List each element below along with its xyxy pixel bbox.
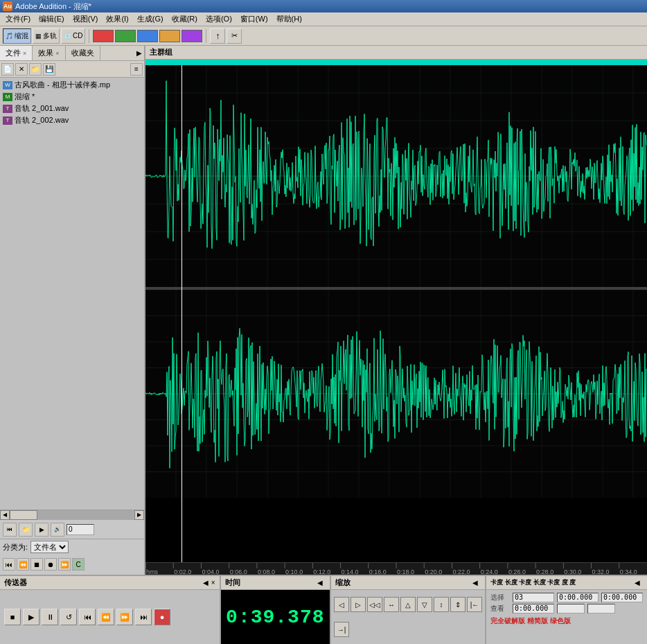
playhead [181, 65, 182, 562]
zoom-in-h[interactable]: ◁ [334, 597, 349, 612]
view-label: 查看 [490, 604, 510, 613]
mode-multitrack[interactable]: ▦ 多轨 [33, 28, 60, 44]
tab-favorites[interactable]: 收藏夹 [66, 46, 100, 60]
bottom-btn-5[interactable]: ⏩ [58, 558, 71, 571]
app-icon: Au [3, 1, 12, 11]
select-val-3[interactable]: 0:00.000 [601, 593, 643, 602]
view-val-1[interactable]: 0:00.000 [513, 604, 554, 613]
zoom-arrow[interactable]: ◀ [472, 579, 478, 586]
mini-vol[interactable]: 🔊 [51, 523, 64, 537]
bottom-btn-1[interactable]: ⏮ [3, 558, 15, 571]
menu-view[interactable]: 视图(V) [69, 13, 103, 25]
zoom-in-v[interactable]: △ [400, 597, 416, 612]
save-btn[interactable]: 💾 [43, 63, 55, 76]
left-panel: 文件 × 效果 × 收藏夹 ▶ 📄 ✕ 📁 💾 ≡ W 古风歌曲 [0, 46, 145, 575]
list-item[interactable]: T 音轨 2_001.wav [1, 103, 143, 114]
transport-skip-start[interactable]: ⏮ [79, 609, 96, 625]
scroll-right-arrow[interactable]: ▶ [134, 510, 144, 520]
left-toolbar: 📄 ✕ 📁 💾 ≡ [0, 61, 144, 78]
color-btn-2[interactable] [115, 30, 136, 42]
menu-generate[interactable]: 生成(G) [133, 13, 168, 25]
transport-play[interactable]: ▶ [23, 609, 39, 625]
zoom-full-v[interactable]: ↕ [434, 597, 449, 612]
mode-mixdown[interactable]: 🎵 缩混 [3, 28, 31, 44]
list-view-btn[interactable]: ≡ [130, 63, 143, 76]
select-val-2[interactable]: 0:00.000 [557, 593, 599, 602]
title-bar: Au Adobe Audition - 混缩* [0, 0, 647, 12]
bottom-btn-4[interactable]: ⏺ [44, 558, 57, 571]
mini-folder[interactable]: 📁 [19, 523, 33, 537]
color-btn-5[interactable] [181, 30, 202, 42]
transport-skip-prev[interactable]: ⏪ [98, 609, 114, 625]
zoom-sel-v[interactable]: ⇕ [450, 597, 466, 612]
razor-tool[interactable]: ✂ [227, 28, 242, 44]
volume-display: 0 [67, 524, 94, 535]
menu-file[interactable]: 文件(F) [1, 13, 35, 25]
color-btn-3[interactable] [137, 30, 158, 42]
select-val-1[interactable]: 03 [513, 593, 554, 602]
bottom-btn-2[interactable]: ⏪ [17, 558, 29, 571]
folder-btn[interactable]: 📁 [29, 63, 42, 76]
tab-effects[interactable]: 效果 × [33, 46, 65, 60]
color-btn-4[interactable] [159, 30, 180, 42]
left-scrollbar[interactable]: ◀ ▶ [0, 510, 144, 519]
transport-close[interactable]: × [211, 579, 215, 586]
category-select[interactable]: 文件名 [30, 541, 69, 553]
tab-file-close[interactable]: × [23, 50, 26, 57]
view-val-3[interactable] [587, 604, 615, 613]
color-btn-1[interactable] [93, 30, 114, 42]
transport-arrow[interactable]: ◀ [203, 579, 209, 586]
zoom-bar-right[interactable]: →| [334, 622, 349, 637]
zoom-out-v[interactable]: ▽ [417, 597, 432, 612]
time-header: 时间 ◀ [221, 576, 330, 590]
menu-options[interactable]: 选项(O) [202, 13, 236, 25]
mini-play[interactable]: ▶ [35, 523, 48, 537]
tab-file[interactable]: 文件 × [0, 46, 33, 60]
transport-skip-end[interactable]: ⏭ [135, 609, 152, 625]
list-item[interactable]: W 古风歌曲 - 相思十诫伴奏.mp [1, 79, 143, 91]
zoom-sel-h[interactable]: ↔ [384, 597, 399, 612]
list-item[interactable]: M 混缩 * [1, 91, 143, 103]
delete-btn[interactable]: ✕ [15, 63, 28, 76]
new-file-btn[interactable]: 📄 [1, 63, 14, 76]
transport-skip-next[interactable]: ⏩ [116, 609, 133, 625]
view-val-2[interactable] [557, 604, 585, 613]
bottom-panels: 传送器 ◀ × ■ ▶ ⏸ ↺ ⏮ ⏪ ⏩ ⏭ ● 时间 ◀ 0:39.378 … [0, 575, 647, 644]
file-list: W 古风歌曲 - 相思十诫伴奏.mp M 混缩 * T 音轨 2_001.wav… [0, 78, 144, 510]
scroll-left-arrow[interactable]: ◀ [0, 510, 10, 520]
menu-edit[interactable]: 编辑(E) [35, 13, 69, 25]
transport-title: 传送器 [4, 577, 203, 588]
zoom-out-h[interactable]: ▷ [351, 597, 366, 612]
zoom-full-h[interactable]: ◁◁ [367, 597, 382, 612]
main-layout: 文件 × 效果 × 收藏夹 ▶ 📄 ✕ 📁 💾 ≡ W 古风歌曲 [0, 46, 647, 575]
bottom-btn-6[interactable]: C [72, 558, 85, 571]
tab-effects-close[interactable]: × [55, 50, 59, 57]
waveform-track-2[interactable] [145, 290, 647, 498]
menu-favorites[interactable]: 收藏(R) [168, 13, 202, 25]
watermark-text: 完全破解版 精简版 绿色版 [490, 617, 571, 625]
bottom-ruler [145, 562, 647, 575]
time-title: 时间 [225, 577, 317, 588]
bottom-btn-3[interactable]: ⏹ [30, 558, 43, 571]
transport-controls: ■ ▶ ⏸ ↺ ⏮ ⏪ ⏩ ⏭ ● [0, 590, 220, 644]
menu-help[interactable]: 帮助(H) [272, 13, 306, 25]
zoom-bar-left[interactable]: |← [467, 597, 482, 612]
mini-rewind[interactable]: ⏮ [3, 523, 17, 537]
info-arrow[interactable]: ◀ [635, 579, 640, 586]
mode-cd[interactable]: 💿 CD [61, 28, 85, 44]
transport-pause[interactable]: ⏸ [42, 609, 58, 625]
transport-stop[interactable]: ■ [4, 609, 21, 625]
transport-record[interactable]: ● [154, 609, 170, 625]
list-item[interactable]: T 音轨 2_002.wav [1, 114, 143, 126]
file-icon-mix: M [3, 93, 12, 101]
left-panel-menu[interactable]: ▶ [134, 49, 144, 57]
scroll-track[interactable] [10, 510, 134, 520]
waveform-track-1[interactable] [145, 65, 647, 287]
time-arrow[interactable]: ◀ [317, 579, 323, 586]
transport-play-loop[interactable]: ↺ [60, 609, 77, 625]
waveform-container[interactable] [145, 65, 647, 562]
menu-effects[interactable]: 效果(I) [102, 13, 132, 25]
pointer-tool[interactable]: ↑ [210, 28, 225, 44]
menu-window[interactable]: 窗口(W) [236, 13, 272, 25]
scroll-thumb[interactable] [10, 510, 37, 520]
